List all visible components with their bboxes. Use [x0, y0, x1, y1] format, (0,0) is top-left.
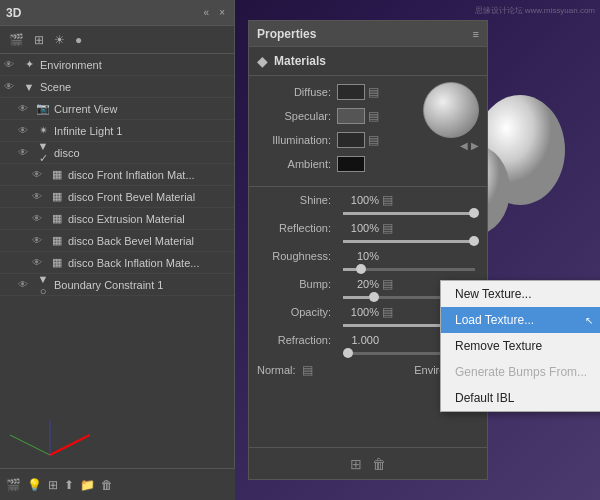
disco-extrusion-label: disco Extrusion Material	[68, 213, 230, 225]
layer-disco-extrusion[interactable]: 👁 ▦ disco Extrusion Material	[0, 208, 234, 230]
scene-bottom-btn[interactable]: 🎬	[6, 478, 21, 492]
eye-icon[interactable]: 👁	[32, 235, 46, 246]
anim-bottom-btn[interactable]: ⬆	[64, 478, 74, 492]
roughness-row: Roughness: 10%	[249, 247, 487, 265]
context-menu-remove-texture[interactable]: Remove Texture	[441, 333, 600, 359]
panel-bottom-toolbar: 🎬 💡 ⊞ ⬆ 📁 🗑	[0, 468, 235, 500]
infinite-light-label: Infinite Light 1	[54, 125, 230, 137]
layer-list: 👁 ✦ Environment 👁 ▼ Scene 👁 📷 Current Vi…	[0, 54, 234, 434]
panel-header: 3D « ×	[0, 0, 234, 26]
materials-label: Materials	[274, 54, 326, 68]
bump-folder-icon[interactable]: ▤	[382, 277, 393, 291]
layer-disco-back-inflation[interactable]: 👁 ▦ disco Back Inflation Mate...	[0, 252, 234, 274]
reflection-slider-container	[249, 240, 487, 247]
light-toolbar-btn[interactable]: ☀	[51, 32, 68, 48]
layer-infinite-light[interactable]: 👁 ✴ Infinite Light 1	[0, 120, 234, 142]
shine-track[interactable]	[343, 212, 475, 215]
light-bottom-btn[interactable]: 💡	[27, 478, 42, 492]
materials-tab[interactable]: ◆ Materials	[249, 47, 487, 76]
layer-boundary-constraint[interactable]: 👁 ▼ ○ Boundary Constraint 1	[0, 274, 234, 296]
scene-label: Scene	[40, 81, 230, 93]
properties-header: Properties ≡	[249, 21, 487, 47]
reflection-track[interactable]	[343, 240, 475, 243]
illumination-folder-icon[interactable]: ▤	[368, 133, 379, 147]
layer-current-view[interactable]: 👁 📷 Current View	[0, 98, 234, 120]
preview-arrow-icon[interactable]: ◀	[460, 140, 468, 151]
delete-bottom-btn[interactable]: 🗑	[101, 478, 113, 492]
bump-label: Bump:	[257, 278, 337, 290]
shine-folder-icon[interactable]: ▤	[382, 193, 393, 207]
refraction-value: 1.000	[337, 334, 379, 346]
disco-icon: ▼ ✓	[35, 140, 51, 165]
new-texture-label: New Texture...	[455, 287, 531, 301]
eye-icon[interactable]: 👁	[18, 279, 32, 290]
properties-menu-icon[interactable]: ≡	[473, 28, 479, 40]
reflection-thumb[interactable]	[469, 236, 479, 246]
refraction-thumb[interactable]	[343, 348, 353, 358]
light-icon: ✴	[35, 124, 51, 137]
context-menu-new-texture[interactable]: New Texture...	[441, 281, 600, 307]
layer-disco[interactable]: 👁 ▼ ✓ disco	[0, 142, 234, 164]
diffuse-row: Diffuse: ▤	[257, 82, 417, 102]
context-menu-load-texture[interactable]: Load Texture... ↖	[441, 307, 600, 333]
svg-line-2	[50, 435, 90, 455]
watermark: 思缘设计论坛 www.missyuan.com	[475, 5, 595, 16]
environment-label: Environment	[40, 59, 230, 71]
eye-icon[interactable]: 👁	[4, 81, 18, 92]
specular-color[interactable]	[337, 108, 365, 124]
layer-disco-back-bevel[interactable]: 👁 ▦ disco Back Bevel Material	[0, 230, 234, 252]
normal-folder-icon[interactable]: ▤	[302, 363, 313, 377]
context-menu: New Texture... Load Texture... ↖ Remove …	[440, 280, 600, 412]
camera-toolbar-btn[interactable]: ●	[72, 32, 85, 48]
eye-icon[interactable]: 👁	[18, 125, 32, 136]
reflection-folder-icon[interactable]: ▤	[382, 221, 393, 235]
environment-icon: ✦	[21, 58, 37, 71]
layer-disco-front-inflation[interactable]: 👁 ▦ disco Front Inflation Mat...	[0, 164, 234, 186]
shine-row: Shine: 100% ▤	[249, 191, 487, 209]
constraint-icon: ▼ ○	[35, 273, 51, 297]
shine-thumb[interactable]	[469, 208, 479, 218]
eye-icon[interactable]: 👁	[18, 147, 32, 158]
specular-folder-icon[interactable]: ▤	[368, 109, 379, 123]
refraction-label: Refraction:	[257, 334, 337, 346]
scene-icon: ▼	[21, 81, 37, 93]
close-icon[interactable]: ×	[216, 6, 228, 19]
table-toolbar-btn[interactable]: ⊞	[31, 32, 47, 48]
layer-environment[interactable]: 👁 ✦ Environment	[0, 54, 234, 76]
folder-bottom-btn[interactable]: 📁	[80, 478, 95, 492]
bump-thumb[interactable]	[369, 292, 379, 302]
eye-icon[interactable]: 👁	[32, 257, 46, 268]
ambient-label: Ambient:	[257, 158, 337, 170]
ambient-row: Ambient:	[257, 154, 417, 174]
collapse-icon[interactable]: «	[201, 6, 213, 19]
cursor-arrow-icon: ↖	[585, 315, 593, 326]
eye-icon[interactable]: 👁	[4, 59, 18, 70]
env-bottom-btn[interactable]: ⊞	[48, 478, 58, 492]
eye-icon[interactable]: 👁	[18, 103, 32, 114]
materials-icon: ◆	[257, 53, 268, 69]
opacity-value: 100%	[337, 306, 379, 318]
diffuse-color[interactable]	[337, 84, 365, 100]
eye-icon[interactable]: 👁	[32, 213, 46, 224]
illumination-label: Illumination:	[257, 134, 337, 146]
roughness-thumb[interactable]	[356, 264, 366, 274]
specular-label: Specular:	[257, 110, 337, 122]
context-menu-default-ibl[interactable]: Default IBL	[441, 385, 600, 411]
load-texture-label: Load Texture...	[455, 313, 534, 327]
layer-disco-front-bevel[interactable]: 👁 ▦ disco Front Bevel Material	[0, 186, 234, 208]
props-add-icon[interactable]: ⊞	[350, 456, 362, 472]
layer-scene[interactable]: 👁 ▼ Scene	[0, 76, 234, 98]
opacity-folder-icon[interactable]: ▤	[382, 305, 393, 319]
props-delete-icon[interactable]: 🗑	[372, 456, 386, 472]
reflection-label: Reflection:	[257, 222, 337, 234]
preview-arrow-right-icon[interactable]: ▶	[471, 140, 479, 151]
shine-slider-track-container	[249, 212, 487, 219]
roughness-track[interactable]	[343, 268, 475, 271]
eye-icon[interactable]: 👁	[32, 191, 46, 202]
ambient-color[interactable]	[337, 156, 365, 172]
diffuse-folder-icon[interactable]: ▤	[368, 85, 379, 99]
illumination-color[interactable]	[337, 132, 365, 148]
scene-toolbar-btn[interactable]: 🎬	[6, 32, 27, 48]
eye-icon[interactable]: 👁	[32, 169, 46, 180]
current-view-label: Current View	[54, 103, 230, 115]
